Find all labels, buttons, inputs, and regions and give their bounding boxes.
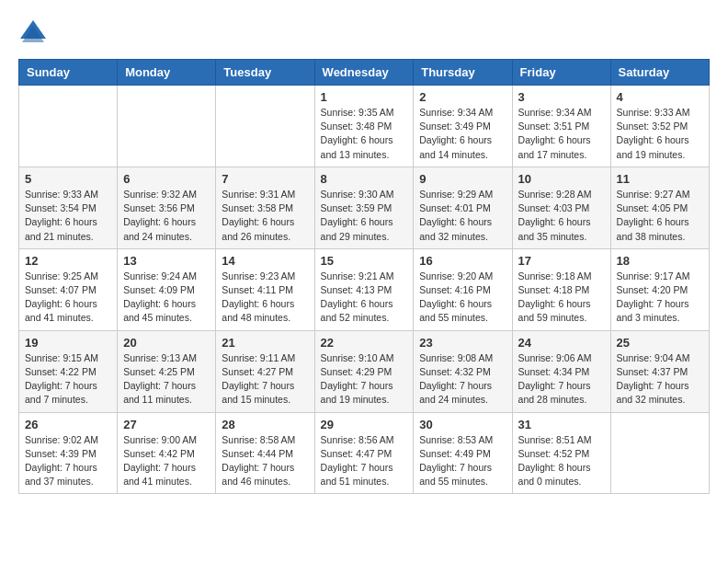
day-info: Sunrise: 9:29 AM Sunset: 4:01 PM Dayligh… [419, 188, 506, 244]
calendar-cell: 13Sunrise: 9:24 AM Sunset: 4:09 PM Dayli… [118, 248, 216, 330]
day-info: Sunrise: 9:31 AM Sunset: 3:58 PM Dayligh… [222, 188, 308, 244]
day-info: Sunrise: 9:25 AM Sunset: 4:07 PM Dayligh… [25, 270, 111, 326]
day-info: Sunrise: 9:21 AM Sunset: 4:13 PM Dayligh… [321, 270, 408, 326]
header-friday: Friday [512, 60, 610, 86]
day-info: Sunrise: 8:58 AM Sunset: 4:44 PM Dayligh… [222, 433, 308, 489]
day-number: 25 [617, 336, 703, 350]
day-number: 15 [321, 254, 408, 268]
day-info: Sunrise: 9:18 AM Sunset: 4:18 PM Dayligh… [518, 270, 605, 326]
day-info: Sunrise: 9:23 AM Sunset: 4:11 PM Dayligh… [222, 270, 308, 326]
day-info: Sunrise: 9:35 AM Sunset: 3:48 PM Dayligh… [321, 106, 408, 162]
day-info: Sunrise: 8:56 AM Sunset: 4:47 PM Dayligh… [321, 433, 408, 489]
calendar-cell: 10Sunrise: 9:28 AM Sunset: 4:03 PM Dayli… [512, 167, 610, 248]
calendar-cell: 2Sunrise: 9:34 AM Sunset: 3:49 PM Daylig… [414, 86, 512, 167]
header-monday: Monday [118, 60, 216, 86]
calendar-cell: 24Sunrise: 9:06 AM Sunset: 4:34 PM Dayli… [512, 330, 610, 412]
day-number: 31 [518, 418, 605, 431]
day-number: 5 [25, 172, 111, 186]
day-number: 10 [518, 172, 605, 186]
calendar-cell [118, 86, 216, 167]
day-number: 21 [222, 336, 308, 350]
day-info: Sunrise: 9:33 AM Sunset: 3:52 PM Dayligh… [617, 106, 703, 162]
week-row-3: 12Sunrise: 9:25 AM Sunset: 4:07 PM Dayli… [19, 248, 710, 330]
calendar-cell: 16Sunrise: 9:20 AM Sunset: 4:16 PM Dayli… [414, 248, 512, 330]
calendar-cell [19, 86, 118, 167]
day-number: 27 [123, 418, 210, 431]
calendar-cell: 25Sunrise: 9:04 AM Sunset: 4:37 PM Dayli… [610, 330, 709, 412]
day-number: 29 [321, 418, 408, 431]
calendar-cell: 20Sunrise: 9:13 AM Sunset: 4:25 PM Dayli… [118, 330, 216, 412]
day-number: 20 [123, 336, 210, 350]
calendar-cell: 7Sunrise: 9:31 AM Sunset: 3:58 PM Daylig… [216, 167, 314, 248]
week-row-2: 5Sunrise: 9:33 AM Sunset: 3:54 PM Daylig… [19, 167, 710, 248]
day-number: 12 [25, 254, 111, 268]
day-info: Sunrise: 9:34 AM Sunset: 3:51 PM Dayligh… [518, 106, 605, 162]
day-info: Sunrise: 9:15 AM Sunset: 4:22 PM Dayligh… [25, 351, 111, 408]
page-header [18, 18, 710, 44]
header-tuesday: Tuesday [216, 60, 314, 86]
calendar-cell: 6Sunrise: 9:32 AM Sunset: 3:56 PM Daylig… [118, 167, 216, 248]
day-info: Sunrise: 9:04 AM Sunset: 4:37 PM Dayligh… [617, 351, 703, 408]
day-info: Sunrise: 9:17 AM Sunset: 4:20 PM Dayligh… [617, 270, 703, 326]
calendar-cell: 1Sunrise: 9:35 AM Sunset: 3:48 PM Daylig… [314, 86, 414, 167]
day-info: Sunrise: 9:33 AM Sunset: 3:54 PM Dayligh… [25, 188, 111, 244]
week-row-1: 1Sunrise: 9:35 AM Sunset: 3:48 PM Daylig… [19, 86, 710, 167]
day-number: 9 [419, 172, 506, 186]
week-row-5: 26Sunrise: 9:02 AM Sunset: 4:39 PM Dayli… [19, 412, 710, 494]
day-info: Sunrise: 9:20 AM Sunset: 4:16 PM Dayligh… [419, 270, 506, 326]
day-number: 1 [321, 90, 408, 104]
calendar-cell: 8Sunrise: 9:30 AM Sunset: 3:59 PM Daylig… [314, 167, 414, 248]
day-info: Sunrise: 9:13 AM Sunset: 4:25 PM Dayligh… [123, 351, 210, 408]
day-number: 19 [25, 336, 111, 350]
day-info: Sunrise: 9:02 AM Sunset: 4:39 PM Dayligh… [25, 433, 111, 489]
day-info: Sunrise: 9:08 AM Sunset: 4:32 PM Dayligh… [419, 351, 506, 408]
day-number: 4 [617, 90, 703, 104]
calendar-cell: 21Sunrise: 9:11 AM Sunset: 4:27 PM Dayli… [216, 330, 314, 412]
day-number: 13 [123, 254, 210, 268]
calendar-cell [216, 86, 314, 167]
calendar-cell: 30Sunrise: 8:53 AM Sunset: 4:49 PM Dayli… [414, 412, 512, 494]
day-number: 18 [617, 254, 703, 268]
calendar-cell: 11Sunrise: 9:27 AM Sunset: 4:05 PM Dayli… [610, 167, 709, 248]
calendar-cell: 19Sunrise: 9:15 AM Sunset: 4:22 PM Dayli… [19, 330, 118, 412]
header-saturday: Saturday [610, 60, 709, 86]
calendar-cell: 28Sunrise: 8:58 AM Sunset: 4:44 PM Dayli… [216, 412, 314, 494]
calendar-cell: 12Sunrise: 9:25 AM Sunset: 4:07 PM Dayli… [19, 248, 118, 330]
day-number: 16 [419, 254, 506, 268]
calendar-header-row: SundayMondayTuesdayWednesdayThursdayFrid… [19, 60, 710, 86]
day-number: 6 [123, 172, 210, 186]
calendar-cell: 31Sunrise: 8:51 AM Sunset: 4:52 PM Dayli… [512, 412, 610, 494]
calendar-cell: 27Sunrise: 9:00 AM Sunset: 4:42 PM Dayli… [118, 412, 216, 494]
calendar-cell: 15Sunrise: 9:21 AM Sunset: 4:13 PM Dayli… [314, 248, 414, 330]
calendar-cell: 14Sunrise: 9:23 AM Sunset: 4:11 PM Dayli… [216, 248, 314, 330]
day-info: Sunrise: 9:34 AM Sunset: 3:49 PM Dayligh… [419, 106, 506, 162]
calendar-cell: 18Sunrise: 9:17 AM Sunset: 4:20 PM Dayli… [610, 248, 709, 330]
day-info: Sunrise: 9:06 AM Sunset: 4:34 PM Dayligh… [518, 351, 605, 408]
calendar-cell: 22Sunrise: 9:10 AM Sunset: 4:29 PM Dayli… [314, 330, 414, 412]
calendar-cell: 26Sunrise: 9:02 AM Sunset: 4:39 PM Dayli… [19, 412, 118, 494]
day-number: 11 [617, 172, 703, 186]
day-number: 23 [419, 336, 506, 350]
day-number: 14 [222, 254, 308, 268]
day-number: 24 [518, 336, 605, 350]
calendar-cell: 23Sunrise: 9:08 AM Sunset: 4:32 PM Dayli… [414, 330, 512, 412]
day-info: Sunrise: 9:28 AM Sunset: 4:03 PM Dayligh… [518, 188, 605, 244]
week-row-4: 19Sunrise: 9:15 AM Sunset: 4:22 PM Dayli… [19, 330, 710, 412]
header-sunday: Sunday [19, 60, 118, 86]
calendar-cell: 17Sunrise: 9:18 AM Sunset: 4:18 PM Dayli… [512, 248, 610, 330]
header-thursday: Thursday [414, 60, 512, 86]
day-number: 17 [518, 254, 605, 268]
day-number: 2 [419, 90, 506, 104]
day-info: Sunrise: 8:51 AM Sunset: 4:52 PM Dayligh… [518, 433, 605, 489]
day-info: Sunrise: 9:32 AM Sunset: 3:56 PM Dayligh… [123, 188, 210, 244]
calendar-cell: 4Sunrise: 9:33 AM Sunset: 3:52 PM Daylig… [610, 86, 709, 167]
calendar-cell [610, 412, 709, 494]
day-number: 28 [222, 418, 308, 431]
day-info: Sunrise: 8:53 AM Sunset: 4:49 PM Dayligh… [419, 433, 506, 489]
day-info: Sunrise: 9:27 AM Sunset: 4:05 PM Dayligh… [617, 188, 703, 244]
logo [18, 18, 51, 44]
day-number: 26 [25, 418, 111, 431]
day-info: Sunrise: 9:11 AM Sunset: 4:27 PM Dayligh… [222, 351, 308, 408]
calendar-cell: 3Sunrise: 9:34 AM Sunset: 3:51 PM Daylig… [512, 86, 610, 167]
calendar-table: SundayMondayTuesdayWednesdayThursdayFrid… [18, 59, 710, 494]
